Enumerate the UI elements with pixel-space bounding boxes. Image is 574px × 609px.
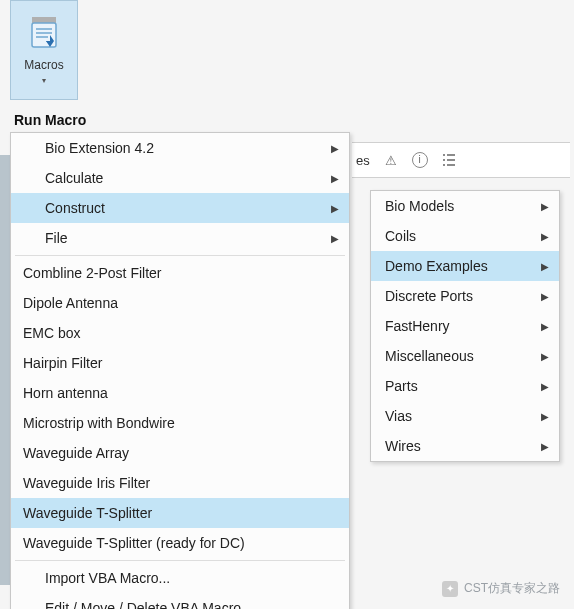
submenu-item[interactable]: Coils▶ — [371, 221, 559, 251]
submenu-item-label: Vias — [385, 408, 412, 424]
menu-item-label: Dipole Antenna — [23, 295, 118, 311]
submenu-arrow-icon: ▶ — [541, 201, 549, 212]
submenu-item[interactable]: Discrete Ports▶ — [371, 281, 559, 311]
menu-item-label: File — [45, 230, 68, 246]
menu-item-label: Waveguide T-Splitter (ready for DC) — [23, 535, 245, 551]
menu-item[interactable]: Calculate▶ — [11, 163, 349, 193]
menu-item[interactable]: Waveguide Iris Filter — [11, 468, 349, 498]
submenu-arrow-icon: ▶ — [331, 143, 339, 154]
menu-separator — [15, 560, 345, 561]
menu-item-label: EMC box — [23, 325, 81, 341]
submenu-arrow-icon: ▶ — [541, 261, 549, 272]
info-icon[interactable]: i — [412, 152, 428, 168]
submenu-item-label: Wires — [385, 438, 421, 454]
tab-suffix-text: es — [356, 153, 370, 168]
submenu-arrow-icon: ▶ — [541, 231, 549, 242]
svg-rect-1 — [32, 23, 56, 47]
svg-rect-0 — [32, 17, 56, 23]
macros-label: Macros — [24, 58, 63, 72]
menu-item-label: Waveguide T-Splitter — [23, 505, 152, 521]
menu-item-label: Edit / Move / Delete VBA Macro... — [45, 600, 253, 609]
menu-item-label: Waveguide Iris Filter — [23, 475, 150, 491]
dropdown-caret-icon: ▾ — [42, 76, 46, 85]
submenu-item[interactable]: Miscellaneous▶ — [371, 341, 559, 371]
submenu-item[interactable]: Wires▶ — [371, 431, 559, 461]
submenu-item[interactable]: Vias▶ — [371, 401, 559, 431]
submenu-arrow-icon: ▶ — [541, 291, 549, 302]
run-macro-menu: Bio Extension 4.2▶Calculate▶Construct▶Fi… — [10, 132, 350, 609]
construct-submenu: Bio Models▶Coils▶Demo Examples▶Discrete … — [370, 190, 560, 462]
menu-separator — [15, 255, 345, 256]
menu-item-label: Calculate — [45, 170, 103, 186]
background-strip — [0, 155, 10, 585]
menu-item[interactable]: Waveguide T-Splitter (ready for DC) — [11, 528, 349, 558]
macros-ribbon-button[interactable]: Macros ▾ — [10, 0, 78, 100]
menu-item-label: Import VBA Macro... — [45, 570, 170, 586]
background-toolbar: es ⚠ i — [352, 142, 570, 178]
menu-item[interactable]: Dipole Antenna — [11, 288, 349, 318]
submenu-arrow-icon: ▶ — [331, 203, 339, 214]
warning-icon[interactable]: ⚠ — [382, 151, 400, 169]
submenu-item[interactable]: FastHenry▶ — [371, 311, 559, 341]
menu-item[interactable]: Microstrip with Bondwire — [11, 408, 349, 438]
macro-script-icon — [26, 15, 62, 54]
watermark-text: CST仿真专家之路 — [464, 580, 560, 597]
menu-item[interactable]: Edit / Move / Delete VBA Macro... — [11, 593, 349, 609]
submenu-arrow-icon: ▶ — [331, 233, 339, 244]
menu-item-label: Horn antenna — [23, 385, 108, 401]
submenu-item[interactable]: Demo Examples▶ — [371, 251, 559, 281]
submenu-item-label: FastHenry — [385, 318, 450, 334]
submenu-item-label: Discrete Ports — [385, 288, 473, 304]
submenu-item-label: Demo Examples — [385, 258, 488, 274]
menu-item[interactable]: Waveguide T-Splitter — [11, 498, 349, 528]
submenu-arrow-icon: ▶ — [541, 351, 549, 362]
menu-item[interactable]: Combline 2-Post Filter — [11, 258, 349, 288]
menu-item-label: Waveguide Array — [23, 445, 129, 461]
menu-item-label: Construct — [45, 200, 105, 216]
menu-item[interactable]: Construct▶ — [11, 193, 349, 223]
outline-list-icon[interactable] — [440, 151, 458, 169]
menu-item[interactable]: Horn antenna — [11, 378, 349, 408]
submenu-item-label: Parts — [385, 378, 418, 394]
menu-item-label: Microstrip with Bondwire — [23, 415, 175, 431]
menu-item-label: Hairpin Filter — [23, 355, 102, 371]
watermark: ✦ CST仿真专家之路 — [442, 580, 560, 597]
menu-item[interactable]: Import VBA Macro... — [11, 563, 349, 593]
menu-item[interactable]: Waveguide Array — [11, 438, 349, 468]
menu-item[interactable]: EMC box — [11, 318, 349, 348]
submenu-item-label: Coils — [385, 228, 416, 244]
submenu-arrow-icon: ▶ — [541, 381, 549, 392]
submenu-item-label: Bio Models — [385, 198, 454, 214]
run-macro-title: Run Macro — [14, 112, 86, 128]
submenu-item-label: Miscellaneous — [385, 348, 474, 364]
menu-item-label: Combline 2-Post Filter — [23, 265, 162, 281]
menu-item-label: Bio Extension 4.2 — [45, 140, 154, 156]
submenu-item[interactable]: Bio Models▶ — [371, 191, 559, 221]
menu-item[interactable]: Hairpin Filter — [11, 348, 349, 378]
menu-item[interactable]: File▶ — [11, 223, 349, 253]
submenu-arrow-icon: ▶ — [541, 441, 549, 452]
submenu-arrow-icon: ▶ — [541, 411, 549, 422]
menu-item[interactable]: Bio Extension 4.2▶ — [11, 133, 349, 163]
submenu-arrow-icon: ▶ — [541, 321, 549, 332]
submenu-item[interactable]: Parts▶ — [371, 371, 559, 401]
submenu-arrow-icon: ▶ — [331, 173, 339, 184]
wechat-icon: ✦ — [442, 581, 458, 597]
